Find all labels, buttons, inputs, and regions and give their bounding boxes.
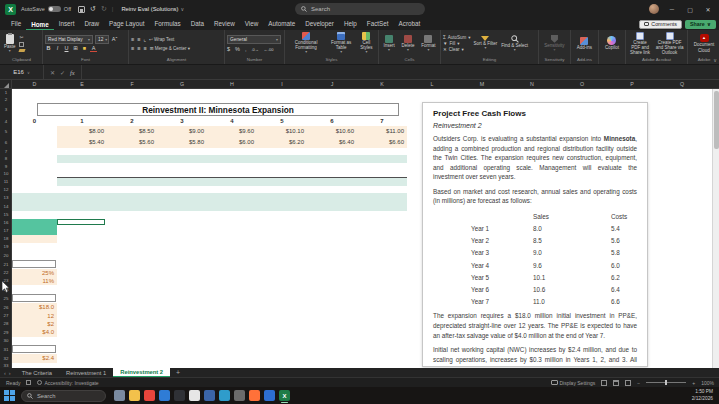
zoom-slider[interactable] (646, 382, 686, 383)
increase-decimal-icon[interactable]: .0→ (251, 47, 258, 52)
cell-H4[interactable]: 4 (207, 117, 257, 126)
row-header-9[interactable]: 9 (0, 163, 12, 170)
column-header-P[interactable]: P (607, 80, 657, 89)
menu-tab-acrobat[interactable]: Acrobat (394, 20, 426, 30)
excel-icon[interactable]: X (279, 390, 290, 401)
column-header-Q[interactable]: Q (657, 80, 707, 89)
cell-G5[interactable]: $9.00 (157, 126, 204, 137)
delete-cells-button[interactable]: Delete▾ (400, 35, 415, 53)
row-header-31[interactable]: 31 (0, 345, 12, 354)
row-header-22[interactable]: 22 (0, 269, 12, 277)
column-header-G[interactable]: G (157, 80, 207, 89)
restore-button[interactable]: ▢ (685, 6, 695, 13)
cell-F5[interactable]: $8.50 (107, 126, 154, 137)
fill-color-icon[interactable]: ■ (81, 46, 88, 52)
name-box[interactable]: E16 ∨ (0, 65, 44, 80)
create-pdf-outlook-button[interactable]: Create PDF and Share via Outlook (654, 32, 685, 56)
menu-tab-developer[interactable]: Developer (300, 20, 339, 30)
row-header-8[interactable]: 8 (0, 155, 12, 163)
sheet-nav-right-icon[interactable]: › (9, 370, 11, 376)
page-break-view-button[interactable] (625, 380, 631, 386)
cell-E5[interactable]: $8.00 (57, 126, 104, 137)
row-header-5[interactable]: 5 (0, 126, 12, 137)
excel-app-icon[interactable]: X (5, 4, 16, 15)
comma-format-icon[interactable]: , (245, 46, 247, 52)
select-all-corner[interactable] (0, 80, 12, 89)
zoom-in-icon[interactable]: + (692, 380, 695, 386)
add-ins-button[interactable]: Add-ins (576, 37, 593, 50)
input-cell-D25[interactable] (12, 294, 56, 302)
title-search-box[interactable]: Search (295, 3, 425, 15)
user-avatar[interactable] (649, 4, 659, 14)
formula-input[interactable] (82, 65, 719, 80)
conditional-formatting-button[interactable]: Conditional Formatting▾ (287, 32, 325, 55)
format-as-table-button[interactable]: Format as Table▾ (327, 32, 355, 55)
firefox-icon[interactable] (249, 390, 260, 401)
settings-icon[interactable] (234, 390, 245, 401)
cell-I5[interactable]: $10.10 (257, 126, 304, 137)
column-header-J[interactable]: J (307, 80, 357, 89)
minimize-button[interactable]: ─ (667, 6, 677, 12)
percent-format-icon[interactable]: % (235, 46, 240, 52)
row-header-21[interactable]: 21 (0, 260, 12, 269)
column-header-I[interactable]: I (257, 80, 307, 89)
file-explorer-icon[interactable] (129, 390, 140, 401)
copy-icon[interactable] (19, 42, 24, 47)
decrease-decimal-icon[interactable]: ←.00 (264, 47, 274, 52)
menu-tab-file[interactable]: File (6, 20, 26, 30)
cell-D23[interactable]: 11% (12, 277, 54, 285)
font-name-select[interactable]: Red Hat Display▾ (45, 35, 93, 44)
currency-format-icon[interactable]: $ (227, 46, 230, 52)
column-header-F[interactable]: F (107, 80, 157, 89)
column-header-K[interactable]: K (357, 80, 407, 89)
zoom-slider-thumb[interactable] (665, 380, 667, 385)
outlook-icon[interactable] (159, 390, 170, 401)
document-cloud-button[interactable]: ▲ Document Cloud (690, 34, 718, 52)
save-icon[interactable] (78, 6, 85, 13)
cell-D28[interactable]: $2 (12, 320, 54, 328)
row-header-15[interactable]: 15 (0, 211, 12, 219)
cancel-formula-icon[interactable]: ✕ (50, 69, 55, 76)
menu-tab-view[interactable]: View (240, 20, 264, 30)
clear-button[interactable]: ✕Clear▾ (443, 47, 471, 52)
cell-F4[interactable]: 2 (107, 117, 157, 126)
cell-G4[interactable]: 3 (157, 117, 207, 126)
cell-E4[interactable]: 1 (57, 117, 107, 126)
row-header-17[interactable]: 17 (0, 227, 12, 235)
start-button[interactable] (4, 390, 15, 401)
cell-H5[interactable]: $9.60 (207, 126, 254, 137)
terminal-icon[interactable] (174, 390, 185, 401)
column-header-E[interactable]: E (57, 80, 107, 89)
sheet-tab-reinvestment-1[interactable]: Reinvestment 1 (59, 368, 113, 377)
sheet-tab-reinvestment-2[interactable]: Reinvestment 2 (113, 368, 170, 377)
increase-font-icon[interactable]: Aˆ (111, 37, 118, 43)
taskbar-search-box[interactable]: Search (21, 390, 106, 402)
row-header-12[interactable]: 12 (0, 186, 12, 193)
cell-K6[interactable]: $6.60 (357, 137, 404, 148)
row-header-6[interactable]: 6 (0, 137, 12, 148)
enter-formula-icon[interactable]: ✓ (60, 69, 65, 76)
cell-E6[interactable]: $5.40 (57, 137, 104, 148)
row-header-27[interactable]: 27 (0, 312, 12, 320)
row-header-30[interactable]: 30 (0, 337, 12, 345)
cut-icon[interactable]: ✂ (19, 35, 23, 40)
column-header-O[interactable]: O (557, 80, 607, 89)
column-header-N[interactable]: N (507, 80, 557, 89)
row-header-32[interactable]: 32 (0, 354, 12, 363)
row-header-1[interactable]: 1 (0, 89, 12, 96)
merged-title-cell[interactable]: Reinvestment II: Minnesota Expansion (37, 103, 399, 116)
cell-styles-button[interactable]: Cell Styles▾ (357, 32, 376, 55)
add-sheet-button[interactable]: + (170, 368, 186, 377)
word-icon[interactable] (264, 390, 275, 401)
find-select-button[interactable]: Find & Select▾ (500, 35, 529, 53)
font-color-icon[interactable]: A (90, 46, 97, 53)
system-tray-clock[interactable]: 1:50 PM 2/12/2026 (692, 389, 719, 402)
row-header-16[interactable]: 16 (0, 219, 12, 227)
insert-function-icon[interactable]: fx (70, 69, 75, 76)
sheet-tab-the-criteria[interactable]: The Criteria (15, 368, 59, 377)
sort-filter-button[interactable]: Sort & Filter▾ (473, 36, 499, 51)
row-header-11[interactable]: 11 (0, 178, 12, 186)
undo-icon[interactable]: ↺ (90, 5, 96, 13)
row-header-18[interactable]: 18 (0, 235, 12, 243)
cell-J6[interactable]: $6.40 (307, 137, 354, 148)
